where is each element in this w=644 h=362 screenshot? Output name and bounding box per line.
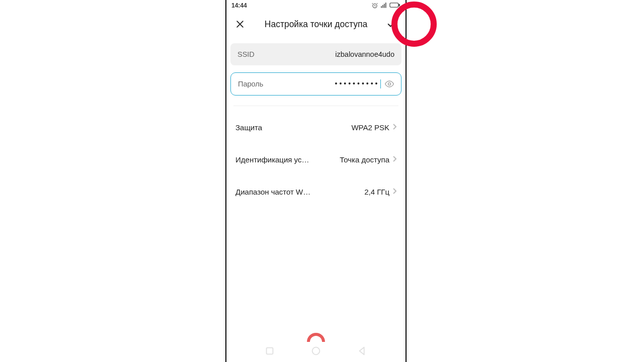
- svg-rect-5: [390, 3, 398, 7]
- status-bar: 14:44: [226, 0, 406, 11]
- chevron-right-icon: [392, 188, 396, 196]
- svg-rect-8: [267, 348, 273, 354]
- circle-icon: [310, 345, 321, 356]
- square-icon: [264, 345, 275, 356]
- svg-rect-6: [399, 4, 400, 6]
- svg-rect-4: [385, 3, 386, 8]
- security-row[interactable]: Защита WPA2 PSK: [230, 111, 401, 143]
- ssid-label: SSID: [237, 50, 255, 58]
- close-icon: [235, 19, 245, 29]
- svg-rect-1: [381, 6, 382, 8]
- nav-recent-button[interactable]: [264, 345, 275, 356]
- chevron-right-icon: [392, 123, 396, 131]
- divider: [233, 106, 398, 106]
- ssid-value: izbalovannoe4udo: [255, 50, 394, 58]
- page-title: Настройка точки доступа: [253, 19, 379, 30]
- device-id-value: Точка доступа: [309, 155, 392, 164]
- confirm-button[interactable]: [384, 17, 399, 32]
- toggle-password-visibility[interactable]: [383, 77, 396, 90]
- ssid-field[interactable]: SSID izbalovannoe4udo: [230, 43, 401, 65]
- svg-point-7: [388, 83, 391, 85]
- password-value: ••••••••••: [263, 79, 383, 88]
- close-button[interactable]: [232, 17, 248, 32]
- phone-frame: 14:44 Настройка точки доступа SSID izbal…: [225, 0, 407, 362]
- band-value: 2,4 ГГц: [310, 188, 392, 196]
- svg-rect-2: [382, 5, 383, 8]
- status-time: 14:44: [231, 2, 247, 9]
- triangle-left-icon: [357, 345, 368, 356]
- password-label: Пароль: [238, 80, 263, 88]
- check-icon: [386, 19, 397, 30]
- battery-icon: [389, 3, 400, 9]
- status-icons: [371, 2, 400, 9]
- chevron-right-icon: [392, 155, 396, 163]
- alarm-icon: [371, 2, 378, 9]
- header-bar: Настройка точки доступа: [226, 11, 406, 37]
- device-id-label: Идентификация ус…: [235, 155, 309, 164]
- band-label: Диапазон частот W…: [235, 188, 310, 196]
- eye-icon: [384, 79, 394, 89]
- signal-icon: [380, 2, 387, 9]
- content-area: SSID izbalovannoe4udo Пароль •••••••••• …: [226, 37, 406, 208]
- nav-back-button[interactable]: [357, 345, 368, 356]
- security-value: WPA2 PSK: [262, 123, 392, 132]
- band-row[interactable]: Диапазон частот W… 2,4 ГГц: [230, 175, 401, 208]
- svg-point-9: [312, 347, 320, 355]
- navigation-bar: [226, 340, 406, 362]
- security-label: Защита: [235, 123, 262, 132]
- device-id-row[interactable]: Идентификация ус… Точка доступа: [230, 143, 401, 175]
- nav-home-button[interactable]: [310, 345, 321, 356]
- svg-rect-3: [384, 4, 385, 8]
- password-field[interactable]: Пароль ••••••••••: [230, 72, 401, 96]
- text-cursor: [380, 79, 381, 88]
